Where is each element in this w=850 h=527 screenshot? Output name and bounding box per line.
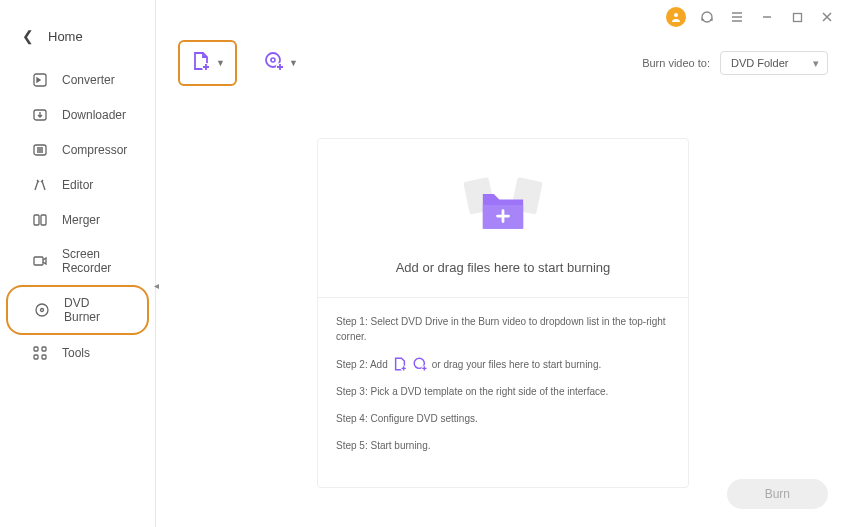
step-2-suffix: or drag your files here to start burning…	[432, 357, 602, 372]
svg-point-17	[271, 58, 275, 62]
chevron-down-icon: ▼	[216, 58, 225, 68]
maximize-icon[interactable]	[788, 8, 806, 26]
step-2: Step 2: Add or drag your files here to s…	[336, 356, 670, 372]
svg-rect-9	[42, 347, 46, 351]
sidebar-item-label: Downloader	[62, 108, 126, 122]
svg-rect-5	[34, 257, 43, 265]
sidebar-item-tools[interactable]: Tools	[6, 336, 149, 370]
editor-icon	[32, 177, 48, 193]
sidebar-item-dvd-burner[interactable]: DVD Burner	[6, 285, 149, 335]
main-area: ◂ ▼ ▼ Burn video to: DVD Folder	[156, 0, 850, 527]
svg-rect-14	[793, 13, 801, 21]
step-3: Step 3: Pick a DVD template on the right…	[336, 384, 670, 399]
burn-to-value: DVD Folder	[731, 57, 788, 69]
add-file-icon	[190, 50, 212, 76]
sidebar-item-editor[interactable]: Editor	[6, 168, 149, 202]
svg-rect-3	[34, 215, 39, 225]
add-disc-icon	[263, 50, 285, 76]
sidebar-item-label: Editor	[62, 178, 93, 192]
dvd-burner-icon	[34, 302, 50, 318]
svg-point-12	[674, 13, 678, 17]
add-file-icon	[392, 356, 408, 372]
burn-to-label: Burn video to:	[642, 57, 710, 69]
drop-text: Add or drag files here to start burning	[328, 260, 678, 275]
step-4: Step 4: Configure DVD settings.	[336, 411, 670, 426]
screen-recorder-icon	[32, 253, 48, 269]
add-disc-icon	[412, 356, 428, 372]
folder-plus-icon	[448, 167, 558, 242]
account-icon[interactable]	[666, 7, 686, 27]
back-icon[interactable]: ❮	[22, 28, 34, 44]
sidebar-item-converter[interactable]: Converter	[6, 63, 149, 97]
burn-to-control: Burn video to: DVD Folder	[642, 51, 828, 75]
close-icon[interactable]	[818, 8, 836, 26]
add-disc-button[interactable]: ▼	[253, 42, 308, 84]
sidebar-item-label: Screen Recorder	[62, 247, 129, 275]
sidebar-item-label: DVD Burner	[64, 296, 127, 324]
sidebar-item-label: Merger	[62, 213, 100, 227]
compressor-icon	[32, 142, 48, 158]
tools-icon	[32, 345, 48, 361]
sidebar-item-label: Compressor	[62, 143, 127, 157]
burn-to-select[interactable]: DVD Folder	[720, 51, 828, 75]
sidebar-header: ❮ Home	[0, 28, 155, 62]
steps-list: Step 1: Select DVD Drive in the Burn vid…	[318, 298, 688, 487]
titlebar	[156, 0, 850, 28]
drop-zone[interactable]: Add or drag files here to start burning	[318, 139, 688, 298]
svg-rect-8	[34, 347, 38, 351]
merger-icon	[32, 212, 48, 228]
sidebar-item-screen-recorder[interactable]: Screen Recorder	[6, 238, 149, 284]
minimize-icon[interactable]	[758, 8, 776, 26]
converter-icon	[32, 72, 48, 88]
downloader-icon	[32, 107, 48, 123]
chevron-down-icon: ▼	[289, 58, 298, 68]
menu-icon[interactable]	[728, 8, 746, 26]
svg-rect-10	[34, 355, 38, 359]
sidebar-item-label: Tools	[62, 346, 90, 360]
support-icon[interactable]	[698, 8, 716, 26]
sidebar-collapse-handle[interactable]: ◂	[150, 278, 162, 292]
step-2-prefix: Step 2: Add	[336, 357, 388, 372]
sidebar: ❮ Home Converter Downloader Compressor E…	[0, 0, 156, 527]
svg-rect-11	[42, 355, 46, 359]
burn-button[interactable]: Burn	[727, 479, 828, 509]
step-5: Step 5: Start burning.	[336, 438, 670, 453]
sidebar-item-merger[interactable]: Merger	[6, 203, 149, 237]
step-1: Step 1: Select DVD Drive in the Burn vid…	[336, 314, 670, 344]
sidebar-item-label: Converter	[62, 73, 115, 87]
footer: Burn	[727, 479, 828, 509]
home-label[interactable]: Home	[48, 29, 83, 44]
sidebar-item-compressor[interactable]: Compressor	[6, 133, 149, 167]
svg-rect-4	[41, 215, 46, 225]
svg-point-6	[36, 304, 48, 316]
sidebar-item-downloader[interactable]: Downloader	[6, 98, 149, 132]
svg-point-7	[41, 309, 44, 312]
toolbar: ▼ ▼ Burn video to: DVD Folder	[156, 28, 850, 98]
add-file-button[interactable]: ▼	[178, 40, 237, 86]
content-card: Add or drag files here to start burning …	[317, 138, 689, 488]
